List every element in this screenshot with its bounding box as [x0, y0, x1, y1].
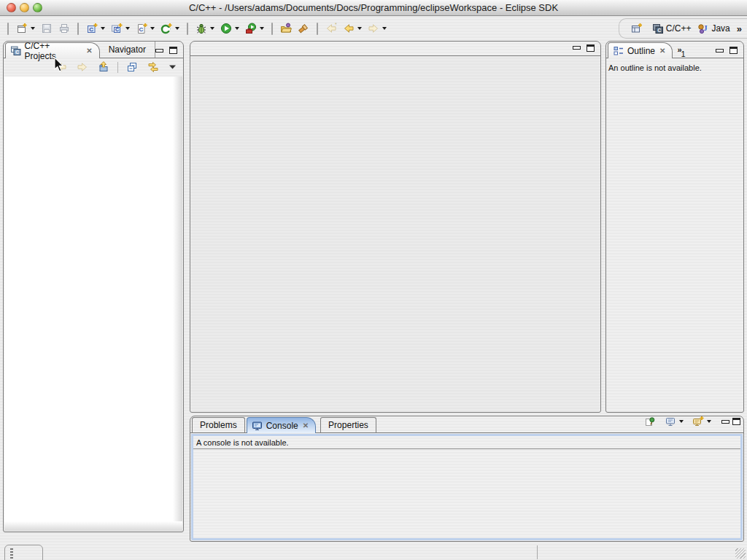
new-cpp-project-button[interactable]: C	[109, 20, 131, 37]
open-perspective-icon	[631, 23, 643, 34]
close-icon[interactable]: ✕	[86, 47, 92, 55]
save-button[interactable]	[39, 20, 54, 37]
new-cpp-project-icon: C	[111, 23, 123, 34]
maximize-icon[interactable]	[169, 47, 177, 54]
pin-console-button[interactable]	[643, 413, 657, 430]
dropdown-arrow[interactable]	[260, 27, 264, 30]
maximize-icon[interactable]	[729, 47, 738, 54]
collapse-all-button[interactable]	[125, 58, 139, 76]
maximize-icon[interactable]	[587, 44, 595, 52]
perspective-java-button[interactable]: J Java	[697, 23, 729, 34]
dropdown-arrow[interactable]	[679, 420, 684, 423]
minimize-icon[interactable]	[155, 49, 163, 52]
toolbar-separator	[117, 62, 118, 73]
dropdown-arrow[interactable]	[101, 27, 105, 30]
dropdown-arrow[interactable]	[175, 27, 179, 30]
maximize-icon[interactable]	[732, 418, 740, 425]
search-button[interactable]	[296, 20, 311, 37]
fast-view-bar[interactable]	[4, 545, 43, 560]
run-icon	[220, 23, 232, 34]
dropdown-arrow[interactable]	[235, 27, 239, 30]
link-with-editor-button[interactable]	[146, 58, 160, 76]
new-wizard-button[interactable]	[15, 20, 36, 37]
project-tree[interactable]	[4, 77, 182, 531]
dropdown-arrow[interactable]	[382, 27, 387, 30]
minimize-window-button[interactable]	[20, 3, 29, 12]
perspective-bar: C C/C++ J Java »	[619, 18, 747, 39]
display-selected-console-button[interactable]	[663, 413, 685, 430]
open-element-button[interactable]	[279, 20, 293, 37]
view-buttons	[573, 44, 600, 53]
forward-icon	[77, 61, 88, 73]
dropdown-arrow[interactable]	[31, 27, 35, 30]
external-tools-button[interactable]	[244, 20, 266, 37]
open-perspective-button[interactable]	[630, 20, 644, 37]
main-toolbar: C C C	[0, 17, 627, 40]
editor-tabstrip	[190, 42, 600, 56]
back-button[interactable]	[341, 20, 363, 37]
svg-text:J: J	[704, 24, 708, 32]
titlebar: C/C++ - /Users/adams/Documents/Docs/Prog…	[0, 0, 747, 16]
drag-handle-icon[interactable]	[10, 548, 13, 559]
up-icon	[98, 61, 109, 73]
svg-text:C: C	[657, 28, 661, 33]
toolbar-separator	[187, 23, 188, 35]
outline-overflow-chevron[interactable]: »1	[673, 42, 689, 58]
minimize-icon[interactable]	[721, 420, 729, 424]
close-icon[interactable]: ✕	[303, 421, 309, 429]
tab-outline[interactable]: Outline ✕	[608, 42, 673, 58]
new-c-project-icon: C	[86, 23, 98, 34]
back-icon	[343, 23, 355, 34]
svg-text:C: C	[115, 27, 119, 32]
minimize-icon[interactable]	[573, 46, 581, 50]
pin-console-icon	[644, 416, 656, 427]
dropdown-arrow[interactable]	[150, 27, 155, 30]
outline-tabrow: Outline ✕ »1	[606, 42, 743, 58]
debug-button[interactable]	[194, 20, 216, 37]
close-icon[interactable]: ✕	[659, 47, 665, 55]
cpp-perspective-icon: C	[652, 23, 664, 34]
forward-button[interactable]	[366, 20, 388, 37]
tab-navigator[interactable]: Navigator	[100, 42, 155, 58]
console-content: A console is not available.	[191, 434, 743, 540]
new-class-icon	[160, 23, 172, 34]
open-console-button[interactable]	[691, 413, 713, 430]
resize-grip-icon[interactable]	[735, 548, 746, 559]
dropdown-arrow[interactable]	[125, 27, 130, 30]
last-edit-location-icon: *	[325, 23, 337, 34]
editor-content[interactable]	[191, 56, 600, 411]
tab-cpp-projects[interactable]: C C/C++ Projects ✕	[5, 42, 100, 58]
perspective-cpp-button[interactable]: C C/C++	[652, 23, 692, 34]
dropdown-arrow[interactable]	[210, 27, 214, 30]
perspective-overflow-chevron[interactable]: »	[737, 23, 741, 34]
run-button[interactable]	[219, 20, 241, 37]
tab-properties[interactable]: Properties	[320, 417, 376, 432]
forward-button[interactable]	[75, 58, 90, 76]
open-element-icon	[280, 23, 292, 34]
outline-view: Outline ✕ »1 An outline is not available…	[605, 41, 744, 413]
new-c-project-button[interactable]: C	[85, 20, 107, 37]
tab-problems[interactable]: Problems	[192, 417, 245, 432]
debug-icon	[196, 23, 207, 34]
toolbar-separator	[77, 23, 79, 35]
dropdown-arrow[interactable]	[707, 420, 711, 423]
last-edit-location-button[interactable]: *	[324, 20, 338, 37]
zoom-window-button[interactable]	[33, 3, 42, 12]
outline-message: An outline is not available.	[606, 58, 743, 77]
dropdown-arrow[interactable]	[357, 27, 362, 30]
new-class-button[interactable]	[159, 20, 181, 37]
view-menu-button[interactable]	[167, 58, 178, 76]
java-perspective-icon: J	[697, 23, 709, 34]
view-buttons	[155, 47, 183, 58]
minimize-icon[interactable]	[716, 49, 724, 52]
display-selected-console-icon	[665, 416, 676, 427]
new-c-file-button[interactable]: C	[134, 20, 156, 37]
up-button[interactable]	[96, 58, 111, 76]
projects-tabrow: C C/C++ Projects ✕ Navigator	[4, 42, 183, 58]
new-wizard-icon	[16, 23, 28, 34]
print-button[interactable]	[57, 20, 71, 37]
close-window-button[interactable]	[7, 3, 16, 12]
link-with-editor-icon	[147, 61, 159, 73]
tab-console[interactable]: Console ✕	[247, 417, 316, 433]
tab-console-label: Console	[266, 421, 298, 431]
